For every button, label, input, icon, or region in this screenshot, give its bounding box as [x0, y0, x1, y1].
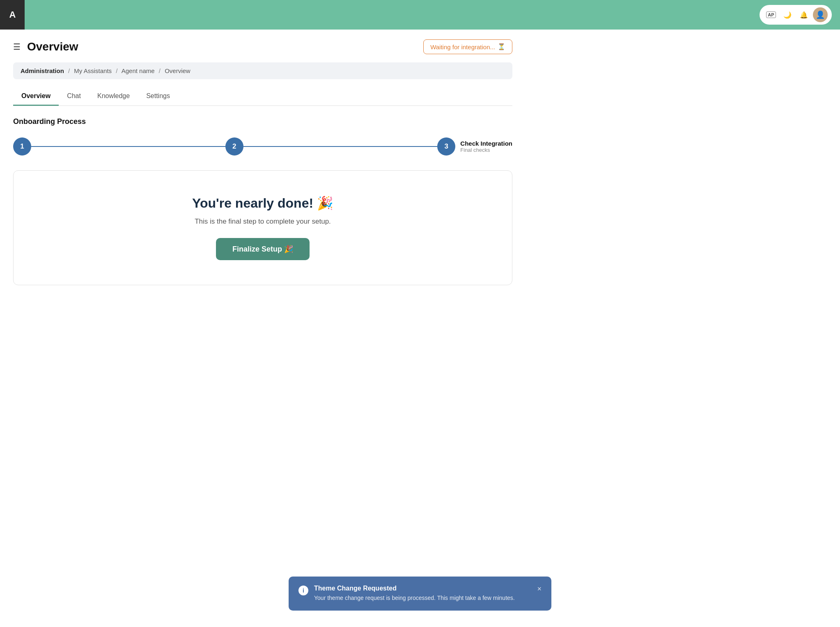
dark-mode-icon[interactable]: 🌙 — [780, 7, 795, 22]
waiting-badge[interactable]: Waiting for integration... ⏳ — [423, 39, 512, 54]
onboarding-section-title: Onboarding Process — [13, 117, 512, 126]
hourglass-icon: ⏳ — [498, 43, 505, 50]
card-title: You're nearly done! 🎉 — [30, 195, 496, 211]
breadcrumb-sep-3: / — [159, 67, 161, 74]
hamburger-menu[interactable]: ☰ — [13, 42, 21, 52]
step-1-circle: 1 — [13, 137, 31, 156]
breadcrumb-item-agent: Agent name — [122, 67, 155, 74]
step-3-label: Check Integration Final checks — [460, 140, 512, 153]
tab-settings[interactable]: Settings — [138, 87, 178, 106]
step-2-circle: 2 — [225, 137, 243, 156]
breadcrumb-item-admin: Administration — [21, 67, 64, 74]
breadcrumb: Administration / My Assistants / Agent n… — [13, 62, 512, 79]
stepper: 1 2 3 Check Integration Final checks — [13, 137, 512, 156]
tab-overview[interactable]: Overview — [13, 87, 59, 106]
translate-icon[interactable]: AP — [764, 7, 778, 22]
top-header: A AP 🌙 🔔 👤 — [0, 0, 840, 30]
breadcrumb-item-assistants: My Assistants — [74, 67, 112, 74]
logo-box: A — [0, 0, 25, 30]
page-header-left: ☰ Overview — [13, 40, 78, 53]
main-card: You're nearly done! 🎉 This is the final … — [13, 170, 512, 285]
avatar[interactable]: 👤 — [813, 7, 828, 22]
tab-knowledge[interactable]: Knowledge — [89, 87, 138, 106]
page-header-row: ☰ Overview Waiting for integration... ⏳ — [13, 39, 512, 54]
logo-text: A — [9, 9, 16, 20]
tabs-row: Overview Chat Knowledge Settings — [13, 87, 512, 106]
breadcrumb-item-overview: Overview — [165, 67, 190, 74]
breadcrumb-sep-1: / — [68, 67, 70, 74]
step-3-sub-label: Final checks — [460, 147, 512, 153]
page-title: Overview — [27, 40, 78, 53]
header-right: AP 🌙 🔔 👤 — [760, 5, 832, 25]
step-line-1 — [31, 146, 225, 147]
card-subtitle: This is the final step to complete your … — [30, 217, 496, 226]
finalize-setup-button[interactable]: Finalize Setup 🎉 — [216, 238, 310, 260]
breadcrumb-sep-2: / — [116, 67, 117, 74]
step-line-2 — [243, 146, 438, 147]
notification-icon[interactable]: 🔔 — [796, 7, 811, 22]
step-3-group: 3 Check Integration Final checks — [437, 137, 512, 156]
step-3-circle: 3 — [437, 137, 455, 156]
tab-chat[interactable]: Chat — [59, 87, 89, 106]
waiting-label: Waiting for integration... — [430, 43, 495, 50]
main-content: ☰ Overview Waiting for integration... ⏳ … — [0, 30, 526, 311]
step-3-main-label: Check Integration — [460, 140, 512, 147]
